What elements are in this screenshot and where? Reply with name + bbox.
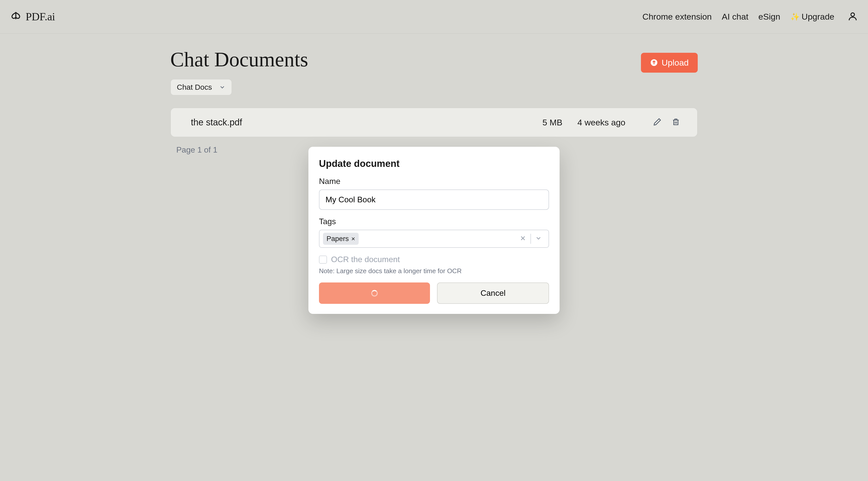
modal-title: Update document [319, 158, 549, 169]
chevron-down-icon [219, 84, 225, 90]
tag-text: Papers [327, 235, 349, 243]
svg-point-1 [851, 13, 855, 16]
nav-ai-chat[interactable]: AI chat [722, 12, 748, 22]
tags-clear-button[interactable] [516, 235, 530, 243]
tags-dropdown-toggle[interactable] [531, 235, 545, 243]
cancel-button[interactable]: Cancel [437, 282, 549, 304]
sparkle-icon: ✨ [790, 12, 800, 21]
title-row: Chat Documents Upload [170, 48, 698, 78]
user-menu[interactable] [847, 11, 858, 23]
tags-select[interactable]: Papers × [319, 230, 549, 248]
logo[interactable]: PDF.ai [10, 10, 55, 23]
user-icon [847, 11, 858, 22]
upload-button[interactable]: Upload [641, 53, 698, 72]
upload-label: Upload [661, 58, 689, 68]
top-nav: Chrome extension AI chat eSign ✨ Upgrade [643, 11, 858, 23]
close-icon [519, 235, 526, 242]
document-name: the stack.pdf [191, 117, 542, 128]
name-label: Name [319, 177, 549, 186]
tag-chip: Papers × [323, 233, 359, 245]
tag-remove-button[interactable]: × [351, 236, 355, 242]
filter-label: Chat Docs [177, 83, 212, 91]
document-age: 4 weeks ago [578, 118, 625, 127]
modal-actions: Cancel [319, 282, 549, 304]
filter-dropdown[interactable]: Chat Docs [170, 79, 232, 95]
ocr-note: Note: Large size docs take a longer time… [319, 267, 549, 275]
delete-button[interactable] [666, 118, 685, 127]
upload-icon [650, 59, 658, 67]
ocr-label: OCR the document [331, 255, 400, 264]
document-row[interactable]: the stack.pdf 5 MB 4 weeks ago [170, 108, 698, 137]
name-input[interactable] [319, 189, 549, 210]
nav-chrome-extension[interactable]: Chrome extension [643, 12, 712, 22]
edit-button[interactable] [648, 118, 666, 127]
trash-icon [672, 118, 680, 126]
brand-icon [10, 10, 22, 23]
update-document-modal: Update document Name Tags Papers × OCR t… [308, 147, 560, 314]
loading-spinner-icon [371, 290, 378, 297]
nav-esign[interactable]: eSign [758, 12, 780, 22]
ocr-checkbox[interactable] [319, 255, 327, 264]
upgrade-label: Upgrade [802, 12, 834, 22]
edit-icon [653, 118, 661, 126]
submit-button[interactable] [319, 282, 430, 304]
brand-text: PDF.ai [26, 10, 55, 23]
page-title: Chat Documents [170, 48, 308, 71]
document-size: 5 MB [542, 118, 562, 127]
app-header: PDF.ai Chrome extension AI chat eSign ✨ … [0, 0, 868, 34]
tags-label: Tags [319, 217, 549, 226]
nav-upgrade[interactable]: ✨ Upgrade [790, 12, 834, 22]
ocr-option: OCR the document [319, 255, 549, 264]
chevron-down-icon [535, 235, 542, 242]
